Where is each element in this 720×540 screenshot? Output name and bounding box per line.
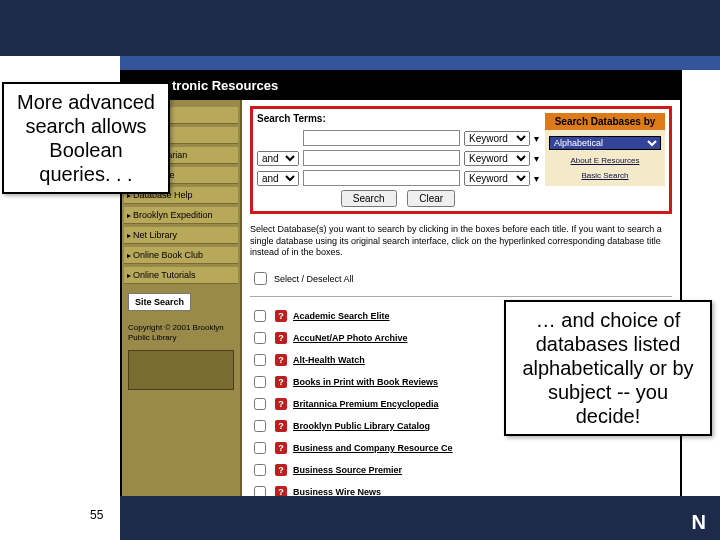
- db-link[interactable]: Business Source Premier: [293, 465, 402, 475]
- db-link[interactable]: Brooklyn Public Library Catalog: [293, 421, 430, 431]
- clear-button[interactable]: Clear: [407, 190, 455, 207]
- db-checkbox[interactable]: [254, 354, 266, 366]
- info-icon[interactable]: ?: [275, 354, 287, 366]
- search-term-1[interactable]: [303, 130, 460, 146]
- chevron-down-icon: ▾: [534, 153, 539, 164]
- boolean-op-2[interactable]: and: [257, 151, 299, 166]
- divider: [250, 296, 672, 297]
- top-bar: [0, 0, 720, 56]
- info-icon[interactable]: ?: [275, 310, 287, 322]
- nav-image-placeholder: [128, 350, 234, 390]
- info-icon[interactable]: ?: [275, 464, 287, 476]
- slide-root: tronic Resources Catalog Links BPL Libra…: [0, 0, 720, 540]
- select-all-row: Select / Deselect All: [250, 269, 672, 288]
- db-checkbox[interactable]: [254, 310, 266, 322]
- footer-bar: N: [120, 496, 720, 540]
- db-row: ?Business and Company Resource Ce: [250, 437, 672, 459]
- info-icon[interactable]: ?: [275, 398, 287, 410]
- db-checkbox[interactable]: [254, 398, 266, 410]
- page-number: 55: [90, 508, 103, 522]
- db-link[interactable]: Books in Print with Book Reviews: [293, 377, 438, 387]
- annotation-box-1: More advanced search allows Boolean quer…: [2, 82, 170, 194]
- search-panel: Search Terms: Keyword ▾ and Keyword: [250, 106, 672, 214]
- chevron-down-icon: ▾: [534, 133, 539, 144]
- db-checkbox[interactable]: [254, 376, 266, 388]
- db-checkbox[interactable]: [254, 332, 266, 344]
- field-select-2[interactable]: Keyword: [464, 151, 530, 166]
- accent-bar: [120, 56, 720, 70]
- search-term-3[interactable]: [303, 170, 460, 186]
- db-row: ?Business Source Premier: [250, 459, 672, 481]
- nav-item[interactable]: Net Library: [124, 227, 238, 244]
- annotation-box-2: … and choice of databases listed alphabe…: [504, 300, 712, 436]
- db-link[interactable]: Academic Search Elite: [293, 311, 390, 321]
- nav-item[interactable]: Online Tutorials: [124, 267, 238, 284]
- select-all-checkbox[interactable]: [254, 272, 267, 285]
- search-terms-label: Search Terms:: [257, 113, 539, 124]
- db-checkbox[interactable]: [254, 464, 266, 476]
- nav-item[interactable]: Brooklyn Expedition: [124, 207, 238, 224]
- info-icon[interactable]: ?: [275, 420, 287, 432]
- db-link[interactable]: AccuNet/AP Photo Archive: [293, 333, 408, 343]
- db-link[interactable]: Britannica Premium Encyclopedia: [293, 399, 439, 409]
- info-icon[interactable]: ?: [275, 332, 287, 344]
- select-all-label: Select / Deselect All: [274, 274, 354, 284]
- db-link[interactable]: Alt-Health Watch: [293, 355, 365, 365]
- about-eresources-link[interactable]: About E Resources: [549, 156, 661, 165]
- info-icon[interactable]: ?: [275, 376, 287, 388]
- search-databases-by-header: Search Databases by: [545, 113, 665, 130]
- field-select-3[interactable]: Keyword: [464, 171, 530, 186]
- nav-item[interactable]: Online Book Club: [124, 247, 238, 264]
- db-link[interactable]: Business and Company Resource Ce: [293, 443, 453, 453]
- basic-search-link[interactable]: Basic Search: [549, 171, 661, 180]
- search-button[interactable]: Search: [341, 190, 397, 207]
- window-title: tronic Resources: [122, 72, 680, 100]
- footer-brand-fragment: N: [692, 511, 708, 534]
- copyright-text: Copyright © 2001 Brooklyn Public Library: [128, 323, 234, 344]
- window-body: Catalog Links BPL Librarian Reference Da…: [122, 100, 680, 498]
- db-checkbox[interactable]: [254, 420, 266, 432]
- db-checkbox[interactable]: [254, 442, 266, 454]
- main-column: Search Terms: Keyword ▾ and Keyword: [242, 100, 680, 498]
- boolean-op-3[interactable]: and: [257, 171, 299, 186]
- field-select-1[interactable]: Keyword: [464, 131, 530, 146]
- info-icon[interactable]: ?: [275, 442, 287, 454]
- search-term-2[interactable]: [303, 150, 460, 166]
- chevron-down-icon: ▾: [534, 173, 539, 184]
- site-search-button[interactable]: Site Search: [128, 293, 191, 311]
- sort-mode-select[interactable]: Alphabetical: [549, 136, 661, 150]
- instructions-text: Select Database(s) you want to search by…: [250, 224, 672, 259]
